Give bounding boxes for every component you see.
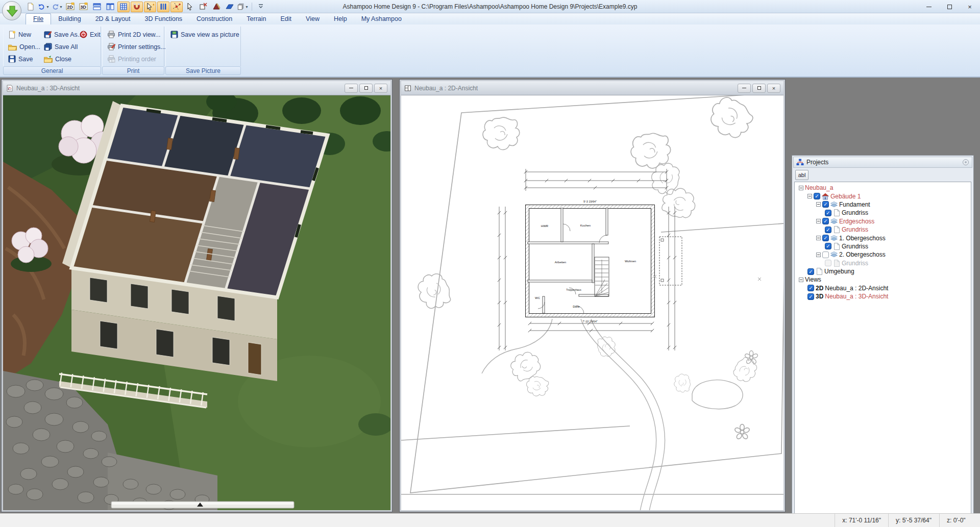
tree-item-label: Grundriss: [842, 226, 868, 233]
visibility-checkbox[interactable]: ✓: [825, 227, 831, 233]
printing-order-menu-item[interactable]: Printing order: [107, 54, 156, 64]
layers-button[interactable]: ▼: [237, 2, 249, 12]
undo-dropdown-icon[interactable]: ▼: [46, 5, 50, 9]
save-as-menu-item[interactable]: Save As...: [44, 30, 83, 39]
viewer-2d-restore-button[interactable]: [752, 84, 766, 93]
split-vertical-button[interactable]: [104, 2, 116, 12]
grid-toggle-button[interactable]: [117, 2, 130, 12]
view-3d-slider[interactable]: [111, 501, 294, 508]
maximize-button[interactable]: [939, 0, 960, 13]
pageg-icon: [833, 260, 840, 267]
tree-item-neubau-a-2d-ansicht[interactable]: ✓2DNeubau_a : 2D-Ansicht: [795, 284, 971, 292]
tree-item-2-obergeschoss[interactable]: 2. Obergeschoss: [795, 250, 971, 259]
menu-help[interactable]: Help: [327, 14, 354, 24]
tree-item-label: Views: [805, 276, 821, 283]
viewer-2d-canvas[interactable]: HWR Kochen Arbeiten Wohnen WC Treppenhau…: [401, 95, 783, 510]
menu-my-ashampoo[interactable]: My Ashampoo: [354, 14, 409, 24]
viewer-3d-restore-button[interactable]: [359, 84, 373, 93]
collapse-icon[interactable]: [816, 202, 821, 207]
customize-toolbar-button[interactable]: [255, 2, 267, 12]
redo-button[interactable]: ▼: [51, 2, 63, 12]
save-view-as-picture-menu-item[interactable]: Save view as picture: [170, 30, 239, 39]
save-floppy-icon: [8, 55, 16, 63]
layers-dropdown-icon[interactable]: ▼: [245, 5, 249, 9]
print-2d-view-menu-item[interactable]: Print 2D view...: [107, 30, 160, 39]
building-icon: [822, 193, 829, 200]
menu-2d-layout[interactable]: 2D & Layout: [88, 14, 138, 24]
undo-button[interactable]: ▼: [38, 2, 50, 12]
tree-item-views[interactable]: Views: [795, 275, 971, 284]
roof-red-tool-button[interactable]: [210, 2, 223, 12]
collapse-icon[interactable]: [799, 278, 803, 282]
viewer-3d-minimize-button[interactable]: [345, 84, 358, 93]
minimize-button[interactable]: [919, 0, 939, 13]
viewer-2d-titlebar[interactable]: Neubau_a : 2D-Ansicht ×: [401, 81, 783, 95]
visibility-checkbox[interactable]: ✓: [825, 210, 831, 216]
collapse-icon[interactable]: [816, 253, 821, 257]
save-all-menu-item[interactable]: Save All: [44, 42, 78, 52]
visibility-checkbox[interactable]: ✓: [822, 218, 829, 224]
printer-settings-menu-item[interactable]: Printer settings...: [107, 42, 166, 52]
menu-edit[interactable]: Edit: [274, 14, 299, 24]
collapse-icon[interactable]: [816, 236, 821, 240]
axis-snap-toggle-button[interactable]: [170, 2, 183, 12]
tree-item-neubau-a-3d-ansicht[interactable]: ✓3DNeubau_a : 3D-Ansicht: [795, 292, 971, 300]
viewer-2d-close-button[interactable]: ×: [767, 84, 780, 93]
visibility-checkbox[interactable]: ✓: [814, 193, 820, 199]
tree-item-grundriss[interactable]: ✓Grundriss: [795, 209, 971, 217]
3d-view-button[interactable]: 3D: [78, 2, 90, 12]
panel-options-icon[interactable]: [962, 159, 969, 166]
open-menu-item[interactable]: Open...: [8, 42, 40, 52]
tree-item-grundriss[interactable]: Grundriss: [795, 259, 971, 267]
split-horizontal-button[interactable]: [91, 2, 103, 12]
viewer-3d-close-button[interactable]: ×: [374, 84, 387, 93]
tree-item-neubau-a[interactable]: Neubau_a: [795, 184, 971, 192]
tree-item-label: Umgebung: [824, 268, 854, 275]
close-menu-item[interactable]: Close: [44, 54, 71, 64]
menu-3d-functions[interactable]: 3D Functions: [137, 14, 189, 24]
tree-item-erdgeschoss[interactable]: ✓Erdgeschoss: [795, 217, 971, 225]
redo-dropdown-icon[interactable]: ▼: [59, 5, 63, 9]
visibility-checkbox[interactable]: [822, 252, 829, 258]
visibility-checkbox[interactable]: ✓: [825, 243, 831, 249]
snap-cursor-toggle-button[interactable]: ✦: [144, 2, 156, 12]
visibility-checkbox[interactable]: ✓: [822, 235, 829, 241]
visibility-checkbox[interactable]: ✓: [807, 293, 814, 300]
projects-panel-header[interactable]: Projects: [793, 157, 972, 168]
exit-menu-item[interactable]: Exit: [80, 30, 101, 39]
roof-blue-tool-button[interactable]: [224, 2, 236, 12]
2d-view-button[interactable]: 2D: [64, 2, 77, 12]
select-cursor-button[interactable]: [184, 2, 196, 12]
tree-item-fundament[interactable]: ✓Fundament: [795, 200, 971, 209]
tree-item-grundriss[interactable]: ✓Grundriss: [795, 242, 971, 250]
collapse-icon[interactable]: [799, 186, 803, 190]
viewer-2d-minimize-button[interactable]: [738, 84, 751, 93]
visibility-checkbox[interactable]: ✓: [822, 201, 829, 208]
menu-file[interactable]: File: [26, 13, 51, 24]
snap-magnet-toggle-button[interactable]: [131, 2, 143, 12]
visibility-checkbox[interactable]: ✓: [807, 285, 814, 291]
tree-item-umgebung[interactable]: ✓Umgebung: [795, 267, 971, 275]
parallel-guides-toggle-button[interactable]: [157, 2, 169, 12]
collapse-icon[interactable]: [807, 194, 812, 198]
tree-item-1-obergeschoss[interactable]: ✓1. Obergeschoss: [795, 234, 971, 242]
tree-item-grundriss[interactable]: ✓Grundriss: [795, 225, 971, 234]
tree-item-label: 2. Obergeschoss: [839, 251, 886, 258]
collapse-icon[interactable]: [816, 219, 821, 223]
visibility-checkbox[interactable]: [825, 260, 831, 266]
close-button[interactable]: ×: [960, 0, 980, 13]
menu-construction[interactable]: Construction: [189, 14, 239, 24]
visibility-checkbox[interactable]: ✓: [807, 268, 814, 275]
save-menu-item[interactable]: Save: [8, 54, 33, 64]
new-menu-item[interactable]: New: [8, 30, 31, 39]
new-file-button[interactable]: [24, 2, 37, 12]
menu-terrain[interactable]: Terrain: [239, 14, 273, 24]
viewer-3d-titlebar[interactable]: Neubau_a : 3D-Ansicht ×: [3, 81, 390, 95]
app-logo-icon[interactable]: [2, 1, 21, 20]
transform-selection-button[interactable]: [197, 2, 209, 12]
viewer-3d-canvas[interactable]: [3, 95, 390, 510]
rename-tool-button[interactable]: abl: [795, 170, 808, 180]
tree-item-geb-ude-1[interactable]: ✓Gebäude 1: [795, 192, 971, 200]
menu-view[interactable]: View: [299, 14, 327, 24]
menu-building[interactable]: Building: [51, 14, 88, 24]
